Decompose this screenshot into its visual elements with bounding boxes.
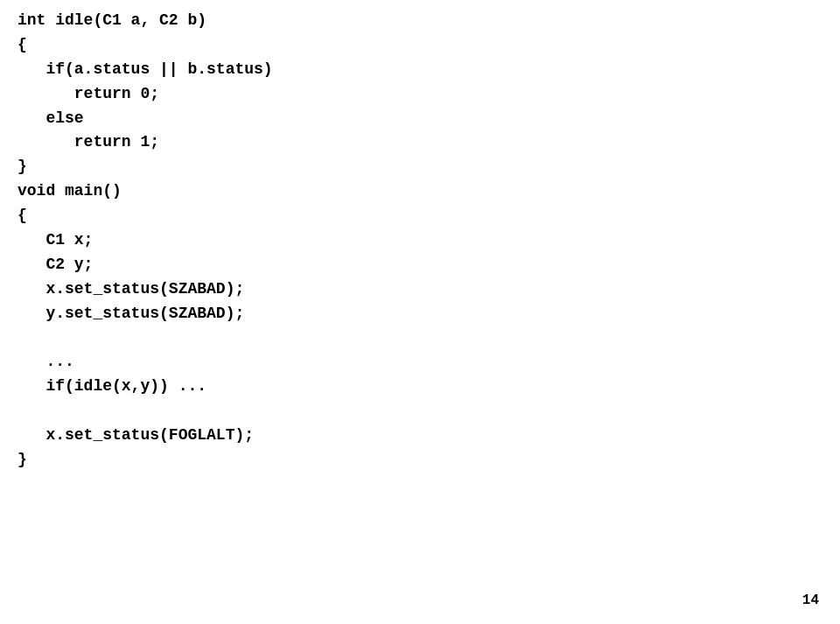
- code-container: int idle(C1 a, C2 b) { if(a.status || b.…: [0, 0, 840, 624]
- code-block: int idle(C1 a, C2 b) { if(a.status || b.…: [18, 9, 822, 473]
- page-number: 14: [802, 592, 819, 608]
